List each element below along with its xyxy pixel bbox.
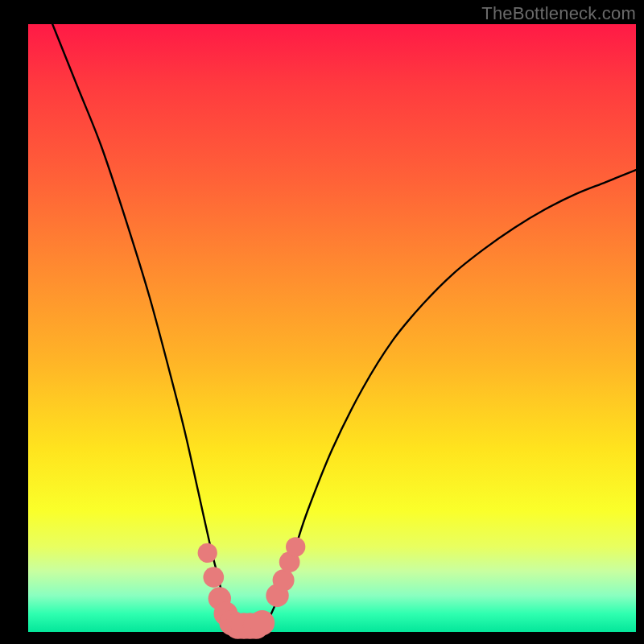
plot-area — [28, 24, 636, 632]
bottleneck-curve — [52, 24, 636, 626]
chart-svg — [28, 24, 636, 632]
marker-dot — [203, 567, 224, 588]
marker-dot — [273, 569, 295, 591]
chart-frame: TheBottleneck.com — [0, 0, 644, 644]
watermark-text: TheBottleneck.com — [481, 3, 636, 24]
marker-dot — [198, 543, 217, 563]
marker-dots-group — [198, 537, 306, 639]
marker-dot — [250, 610, 275, 635]
marker-dot — [286, 537, 305, 556]
